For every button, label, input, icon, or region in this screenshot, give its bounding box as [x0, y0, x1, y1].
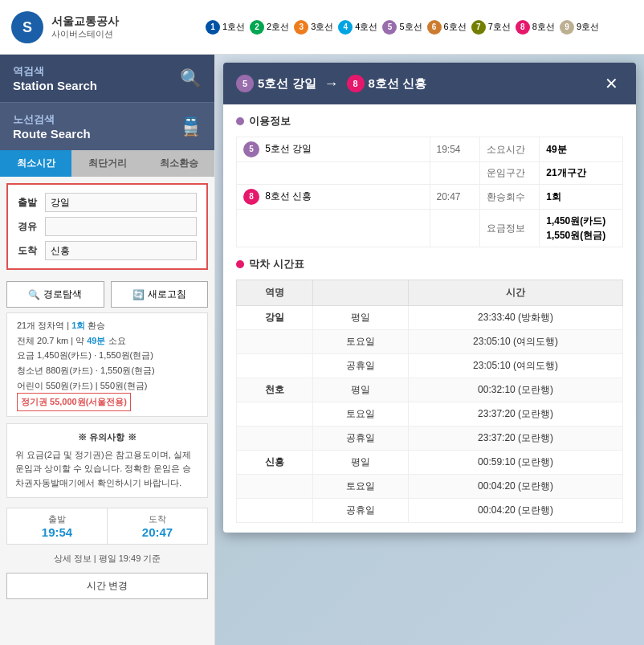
close-button[interactable]: ✕ — [600, 72, 623, 95]
tab-최소시간[interactable]: 최소시간 — [0, 150, 71, 177]
search-button[interactable]: 🔍 경로탐색 — [6, 281, 104, 308]
time-cell: 23:05:10 (여의도행) — [409, 330, 623, 354]
action-row: 🔍 경로탐색 🔄 새로고침 — [0, 276, 214, 312]
route-desc-5: 어린이 550원(카드) | 550원(현금) — [17, 378, 198, 394]
tab-최단거리[interactable]: 최단거리 — [71, 150, 143, 177]
map-area: 5 5호선 강일 → 8 8호선 신흥 ✕ 이용정보 — [215, 55, 644, 645]
line-tab-2[interactable]: 22호선 — [250, 20, 289, 35]
station-cell — [237, 330, 313, 354]
time-cell: 23:33:40 (방화행) — [409, 306, 623, 330]
tab-최소환승[interactable]: 최소환승 — [143, 150, 214, 177]
from-station-name: 5호선 강일 — [258, 76, 316, 92]
notice-box: ※ 유의사항 ※ 위 요금(2급 및 정기권)은 참고용도이며, 실제운임과 상… — [6, 423, 208, 497]
fare-zone-label: 운임구간 — [480, 162, 540, 185]
to-line-badge: 8 8호선 신흥 — [347, 75, 427, 92]
to-station-info: 8호선 신흥 — [265, 190, 312, 202]
via-label: 경유 — [18, 220, 40, 234]
table-row: 토요일 23:37:20 (모란행) — [237, 402, 623, 427]
day-cell: 공휴일 — [312, 427, 409, 451]
line-circle-9: 9 — [560, 20, 574, 35]
tab-row: 최소시간최단거리최소환승 — [0, 150, 214, 177]
fare-value: 1,450원(카드) 1,550원(현금) — [540, 210, 623, 247]
station-search-section[interactable]: 역검색 Station Search 🔍 — [0, 55, 214, 102]
route-search-section[interactable]: 노선검색 Route Search 🚆 — [0, 102, 214, 150]
day-cell: 평일 — [312, 378, 409, 402]
table-row: 토요일 00:04:20 (모란행) — [237, 475, 623, 499]
line-circle-4: 4 — [338, 20, 353, 35]
day-cell: 평일 — [312, 306, 409, 330]
refresh-btn-label: 새로고침 — [148, 288, 186, 301]
day-cell: 공휴일 — [312, 354, 409, 378]
refresh-button[interactable]: 🔄 새로고침 — [111, 281, 209, 308]
day-cell: 공휴일 — [312, 499, 409, 523]
notice-title: ※ 유의사항 ※ — [15, 431, 199, 445]
search-btn-label: 경로탐색 — [43, 288, 82, 301]
change-time-button[interactable]: 시간 변경 — [6, 573, 208, 599]
col-station: 역명 — [237, 280, 313, 306]
via-input[interactable] — [45, 217, 197, 236]
departure-label: 출발 — [18, 196, 40, 210]
station-cell — [237, 499, 313, 523]
from-line-badge: 5 5호선 강일 — [236, 75, 316, 92]
info-dot — [236, 117, 244, 125]
last-train-title: 막차 시간표 — [236, 257, 623, 271]
time-cell: 00:59:10 (모란행) — [409, 451, 623, 475]
route-inputs: 출발 경유 도착 — [6, 183, 208, 270]
logo-text: 서울교통공사 — [51, 14, 119, 28]
arrive-label-time: 도착 — [114, 513, 201, 525]
route-desc-1: 21개 정차역 | 1회 환승 — [17, 318, 198, 333]
arrival-input[interactable] — [45, 241, 197, 260]
sidebar: 역검색 Station Search 🔍 노선검색 Route Search 🚆… — [0, 55, 215, 645]
departure-input[interactable] — [45, 193, 197, 212]
station-cell: 강일 — [237, 306, 313, 330]
to-badge-info: 8 — [243, 189, 259, 205]
station-cell — [237, 427, 313, 451]
line-tab-5[interactable]: 55호선 — [382, 20, 422, 35]
line-circle-7: 7 — [471, 20, 486, 35]
arrival-label: 도착 — [18, 244, 40, 258]
departure-row: 출발 — [18, 193, 197, 212]
header: S 서울교통공사 사이버스테이션 11호선22호선33호선44호선55호선66호… — [0, 0, 644, 55]
route-info: 21개 정차역 | 1회 환승 전체 20.7 km | 약 49분 소요 요금… — [6, 312, 208, 417]
station-search-title: 역검색 — [13, 64, 97, 79]
to-time-info: 20:47 — [430, 185, 480, 210]
arrive-box: 도착 20:47 — [107, 508, 208, 545]
modal-header: 5 5호선 강일 → 8 8호선 신흥 ✕ — [223, 63, 636, 104]
line-tab-7[interactable]: 77호선 — [471, 20, 511, 35]
time-cell: 00:04:20 (모란행) — [409, 475, 623, 499]
depart-label-time: 출발 — [14, 513, 100, 525]
line-circle-5: 5 — [382, 20, 397, 35]
station-search-label: Station Search — [13, 79, 97, 92]
line-tab-8[interactable]: 88호선 — [516, 20, 555, 35]
line-tab-4[interactable]: 44호선 — [338, 20, 377, 35]
fare-zone-value: 21개구간 — [540, 162, 623, 185]
day-cell: 토요일 — [312, 330, 409, 354]
time-cell: 23:37:20 (모란행) — [409, 402, 623, 427]
line-tabs: 11호선22호선33호선44호선55호선66호선77호선88호선99호선 — [170, 20, 634, 35]
transfer-value: 1회 — [540, 185, 623, 210]
time-cell: 00:04:20 (모란행) — [409, 499, 623, 523]
duration-label: 소요시간 — [480, 137, 540, 162]
station-cell — [237, 354, 313, 378]
day-cell: 토요일 — [312, 402, 409, 427]
day-cell: 토요일 — [312, 475, 409, 499]
last-train-dot — [236, 260, 244, 268]
from-time-label: 19:54 — [437, 144, 461, 155]
day-cell: 평일 — [312, 451, 409, 475]
line-tab-1[interactable]: 11호선 — [206, 20, 245, 35]
line-tab-6[interactable]: 66호선 — [427, 20, 467, 35]
transfer-label: 환승회수 — [480, 185, 540, 210]
depart-box: 출발 19:54 — [6, 508, 107, 545]
logo-icon: S — [10, 10, 45, 45]
last-train-section: 막차 시간표 역명 시간 강일 평일 23:33:40 (방화행) — [236, 257, 623, 523]
line-circle-3: 3 — [294, 20, 308, 35]
line-tab-9[interactable]: 99호선 — [560, 20, 599, 35]
time-cell: 00:32:10 (모란행) — [409, 378, 623, 402]
via-row: 경유 — [18, 217, 197, 236]
notice-text: 위 요금(2급 및 정기권)은 참고용도이며, 실제운임과 상이할 수 있습니다… — [15, 448, 199, 491]
svg-text:S: S — [22, 19, 32, 35]
col-time: 시간 — [409, 280, 623, 306]
modal-title: 5 5호선 강일 → 8 8호선 신흥 — [236, 75, 426, 92]
detail-info: 상세 정보 | 평일 19:49 기준 — [0, 548, 214, 569]
line-tab-3[interactable]: 33호선 — [294, 20, 333, 35]
